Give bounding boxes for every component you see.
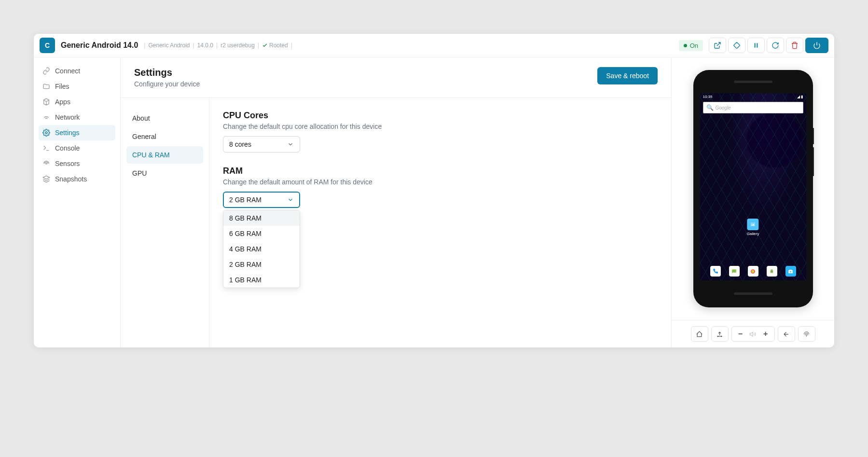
tab-gpu[interactable]: GPU [126,165,203,182]
phone-dock [700,266,806,277]
title-group: Generic Android 14.0 [61,41,138,50]
ram-option[interactable]: 1 GB RAM [223,272,300,288]
sidebar-item-sensors[interactable]: Sensors [34,156,120,171]
sidebar-item-apps[interactable]: Apps [34,94,120,110]
power-button[interactable] [805,38,828,53]
cpu-select[interactable]: 8 cores [223,136,300,152]
app-gallery[interactable]: Gallery [747,219,759,236]
trash-icon [791,42,799,49]
tab-about[interactable]: About [126,110,203,127]
delete-button[interactable] [786,38,803,53]
phone-search-placeholder: Google [716,105,731,111]
toolbar [709,38,828,53]
page-subtitle: Configure your device [134,80,200,88]
refresh-button[interactable] [767,38,784,53]
refresh-icon [772,42,779,49]
ram-option[interactable]: 2 GB RAM [223,257,300,272]
dock-android-icon[interactable] [767,266,777,277]
ram-dropdown: 2 GB RAM 8 GB RAM 6 GB RAM 4 GB RAM 2 GB… [223,192,658,208]
tab-cpu-ram[interactable]: CPU & RAM [126,146,203,164]
sidebar-item-label: Network [55,113,80,121]
fingerprint-button[interactable] [798,326,815,342]
ram-option[interactable]: 6 GB RAM [223,226,300,241]
pause-icon [752,42,760,49]
ram-option[interactable]: 4 GB RAM [223,241,300,257]
ram-select-value: 2 GB RAM [229,196,262,204]
home-icon [696,331,703,338]
sidebar-item-label: Console [55,144,80,152]
svg-point-8 [771,270,771,270]
sidebar-item-snapshots[interactable]: Snapshots [34,171,120,187]
phone-time: 10:35 [703,95,713,99]
titlebar: C Generic Android 14.0 | Generic Android… [34,34,834,57]
layers-icon [42,175,50,183]
folder-icon [42,83,50,90]
home-button[interactable] [691,326,708,342]
sidebar-item-console[interactable]: Console [34,140,120,156]
ram-option[interactable]: 8 GB RAM [223,210,300,226]
power-icon [813,42,821,49]
ram-title: RAM [223,166,658,176]
chevron-down-icon [287,196,294,203]
content: CPU Cores Change the default cpu core al… [209,98,671,347]
tab-general[interactable]: General [126,128,203,145]
sidebar: Connect Files Apps Network Settings Cons… [34,57,121,347]
cpu-title: CPU Cores [223,111,658,121]
ram-dropdown-menu: 8 GB RAM 6 GB RAM 4 GB RAM 2 GB RAM 1 GB… [223,210,300,288]
settings-tabs: About General CPU & RAM GPU [121,98,209,347]
rooted-badge: Rooted [262,42,288,49]
svg-point-7 [752,271,753,272]
sidebar-item-connect[interactable]: Connect [34,63,120,79]
search-icon: 🔍 [706,104,714,111]
svg-point-11 [717,336,718,336]
app-icon: C [40,38,55,53]
sidebar-item-network[interactable]: Network [34,110,120,125]
status-pill: On [679,40,703,51]
upload-button[interactable] [711,326,729,342]
rotate-icon [733,42,741,49]
phone-search[interactable]: 🔍 Google [703,102,803,113]
sidebar-item-label: Settings [55,129,80,137]
sidebar-item-settings[interactable]: Settings [39,125,115,140]
open-external-button[interactable] [709,38,726,53]
sidebar-item-files[interactable]: Files [34,79,120,94]
dock-app-icon[interactable] [748,266,758,277]
ram-select[interactable]: 2 GB RAM [223,192,300,208]
dock-camera-icon[interactable] [785,266,796,277]
external-link-icon [714,42,721,49]
phone-screen[interactable]: 10:35 ◢ ▮ 🔍 Google Gallery [700,93,806,280]
save-reboot-button[interactable]: Save & reboot [597,67,658,84]
dock-messages-icon[interactable] [729,266,740,277]
check-icon [262,42,268,48]
pause-button[interactable] [747,38,765,53]
cpu-desc: Change the default cpu core allocation f… [223,123,658,130]
arrow-left-icon [783,331,790,338]
device-preview: 10:35 ◢ ▮ 🔍 Google Gallery [671,57,834,347]
ram-desc: Change the default amount of RAM for thi… [223,178,658,186]
gallery-icon [747,219,759,230]
svg-point-3 [45,132,47,134]
back-button[interactable] [778,326,795,342]
chevron-down-icon [287,141,294,148]
cpu-select-value: 8 cores [229,140,251,148]
body: Connect Files Apps Network Settings Cons… [34,57,834,347]
ram-section: RAM Change the default amount of RAM for… [223,166,658,208]
rotate-button[interactable] [728,38,745,53]
upload-icon [716,331,723,338]
svg-point-12 [721,336,722,336]
sidebar-item-label: Snapshots [55,175,87,183]
minus-icon: − [738,330,743,338]
preview-toolbar: − + [672,320,834,347]
plus-icon: + [763,330,768,338]
page-body: About General CPU & RAM GPU CPU Cores Ch… [121,98,671,347]
svg-rect-2 [757,43,758,47]
dock-phone-icon[interactable] [710,266,721,277]
page-header: Settings Configure your device Save & re… [121,57,671,98]
volume-controls[interactable]: − + [731,326,775,342]
device-title: Generic Android 14.0 [61,41,138,49]
sidebar-item-label: Apps [55,98,70,106]
phone-wrap: 10:35 ◢ ▮ 🔍 Google Gallery [672,57,834,320]
broadcast-icon [42,160,50,167]
phone-statusbar: 10:35 ◢ ▮ [700,93,806,100]
link-icon [42,67,50,75]
